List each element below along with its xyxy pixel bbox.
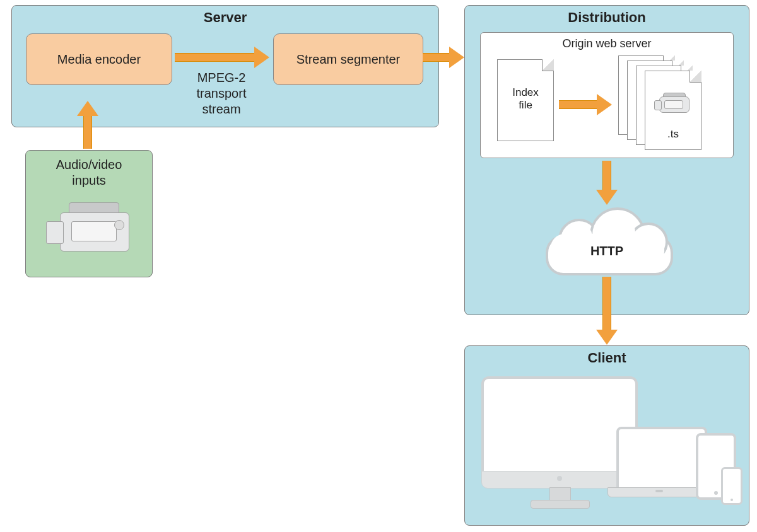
media-encoder-block: Media encoder [26,33,172,85]
arrow-http-to-client [601,277,613,345]
transport-stream-label: MPEG-2 transport stream [177,70,266,117]
arrow-index-to-ts [559,99,612,110]
cloud-icon: HTTP [541,205,673,274]
inputs-panel: Audio/video inputs [25,150,153,277]
ts-ext-label: .ts [645,128,701,141]
stream-segmenter-label: Stream segmenter [296,52,401,67]
index-file-icon: Index file [497,59,554,141]
client-title: Client [465,350,749,366]
inputs-title: Audio/video inputs [26,157,152,188]
arrow-origin-to-http [601,161,613,205]
origin-server-block: Origin web server Index file [480,32,734,158]
camcorder-small-icon [654,93,692,115]
camcorder-icon [46,202,134,259]
server-title: Server [12,9,438,26]
client-panel: Client [464,345,749,526]
arrow-encoder-to-segmenter [175,52,269,63]
http-label: HTTP [541,244,673,258]
distribution-title: Distribution [465,9,749,26]
distribution-panel: Distribution Origin web server Index fil… [464,5,749,315]
ts-file-stack-icon: .ts [618,55,719,150]
arrow-inputs-to-encoder [82,101,93,149]
server-panel: Server Media encoder Stream segmenter MP… [11,5,439,127]
index-file-label: Index file [498,86,553,112]
media-encoder-label: Media encoder [57,52,141,67]
stream-segmenter-block: Stream segmenter [273,33,423,85]
origin-server-title: Origin web server [481,37,733,51]
arrow-server-to-distribution [423,52,464,63]
